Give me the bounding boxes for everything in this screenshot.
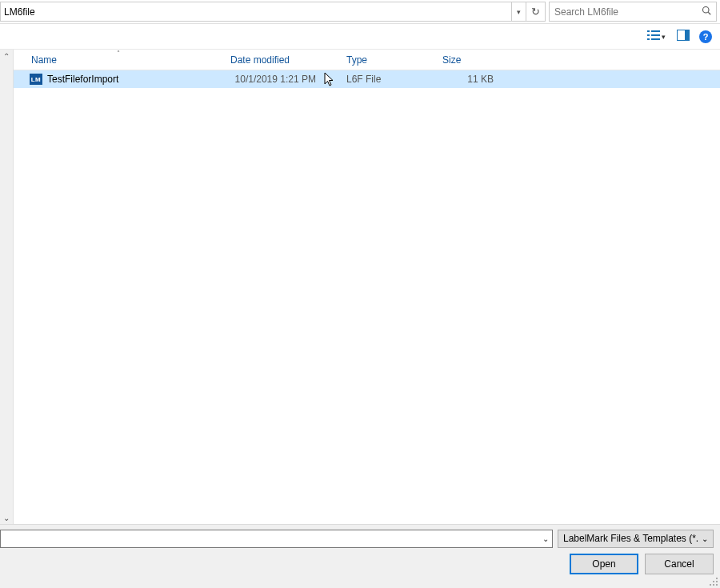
- cancel-button[interactable]: Cancel: [645, 554, 714, 574]
- lm-file-icon: LM: [30, 74, 42, 85]
- file-browser-body: ⌃ ⌄ Name ˄ Date modified Type Size LM: [0, 50, 720, 524]
- breadcrumb-segment: LM6file: [4, 6, 35, 18]
- file-size-text: 11 KB: [467, 74, 494, 85]
- file-name-text: TestFileforImport: [47, 74, 118, 85]
- chevron-down-icon: ▾: [517, 8, 521, 16]
- search-icon: [702, 6, 711, 18]
- column-header-label: Date modified: [230, 54, 290, 66]
- chevron-down-icon: ⌄: [702, 534, 708, 543]
- svg-rect-6: [647, 38, 650, 40]
- preview-pane-button[interactable]: [675, 28, 691, 45]
- chevron-down-icon: ▾: [662, 33, 666, 41]
- svg-rect-9: [685, 30, 690, 41]
- help-button[interactable]: ?: [699, 30, 712, 43]
- button-label: Open: [592, 558, 615, 570]
- nav-pane-scroll-strip: ⌃ ⌄: [0, 50, 14, 524]
- chevron-down-icon: ⌄: [542, 534, 549, 543]
- svg-point-14: [713, 584, 714, 586]
- refresh-icon: ↻: [531, 6, 540, 18]
- address-bar: LM6file ▾ ↻: [0, 0, 720, 24]
- column-header-label: Size: [442, 54, 461, 66]
- column-header-label: Type: [346, 54, 367, 66]
- caret-down-icon: ⌄: [3, 514, 10, 522]
- toolbar: ▾ ?: [0, 24, 720, 50]
- svg-point-11: [713, 581, 714, 582]
- file-size-cell: 11 KB: [436, 70, 500, 88]
- search-input[interactable]: [554, 6, 702, 18]
- svg-rect-3: [651, 30, 660, 32]
- nav-scroll-down[interactable]: ⌄: [0, 511, 13, 524]
- file-type-cell: L6F File: [340, 70, 436, 88]
- svg-rect-4: [647, 34, 650, 36]
- svg-point-10: [716, 578, 718, 579]
- column-headers: Name ˄ Date modified Type Size: [14, 50, 720, 70]
- svg-point-13: [710, 584, 711, 586]
- view-list-icon: [647, 30, 660, 43]
- column-header-size[interactable]: Size: [436, 50, 500, 70]
- file-type-text: L6F File: [346, 74, 381, 85]
- column-header-label: Name: [31, 54, 57, 66]
- svg-rect-5: [651, 34, 660, 36]
- search-box[interactable]: [549, 2, 717, 22]
- nav-scroll-up[interactable]: ⌃: [0, 50, 13, 62]
- svg-rect-2: [647, 30, 650, 32]
- file-type-filter[interactable]: LabelMark Files & Templates (*. ⌄: [558, 530, 714, 548]
- open-button[interactable]: Open: [570, 554, 638, 574]
- address-history-dropdown[interactable]: ▾: [512, 2, 526, 22]
- column-header-name[interactable]: Name ˄: [14, 50, 224, 70]
- dialog-buttons: Open Cancel: [0, 549, 720, 579]
- svg-rect-7: [651, 38, 660, 40]
- file-date-cell: 10/1/2019 1:21 PM: [224, 70, 340, 88]
- breadcrumb-path[interactable]: LM6file: [0, 2, 512, 22]
- filename-row: ⌄ LabelMark Files & Templates (*. ⌄: [0, 525, 720, 549]
- help-icon: ?: [703, 32, 709, 42]
- button-label: Cancel: [664, 558, 694, 570]
- column-header-type[interactable]: Type: [340, 50, 436, 70]
- file-name-cell: LM TestFileforImport: [14, 70, 224, 88]
- file-list-panel: Name ˄ Date modified Type Size LM TestFi…: [14, 50, 720, 524]
- file-row[interactable]: LM TestFileforImport 10/1/2019 1:21 PM L…: [14, 70, 720, 88]
- dialog-footer: ⌄ LabelMark Files & Templates (*. ⌄ Open…: [0, 524, 720, 588]
- svg-point-12: [716, 581, 718, 582]
- preview-pane-icon: [677, 30, 690, 43]
- column-header-date[interactable]: Date modified: [224, 50, 340, 70]
- sort-caret-up-icon: ˄: [117, 50, 120, 57]
- resize-grip-icon[interactable]: [709, 577, 718, 586]
- filename-combobox[interactable]: ⌄: [0, 530, 553, 548]
- view-options-button[interactable]: ▾: [646, 28, 667, 45]
- svg-line-1: [708, 12, 710, 14]
- filter-label: LabelMark Files & Templates (*.: [563, 533, 698, 544]
- svg-point-15: [716, 584, 718, 586]
- caret-up-icon: ⌃: [3, 52, 10, 61]
- file-date-text: 10/1/2019 1:21 PM: [235, 74, 316, 85]
- svg-point-0: [703, 7, 710, 14]
- refresh-button[interactable]: ↻: [526, 2, 546, 22]
